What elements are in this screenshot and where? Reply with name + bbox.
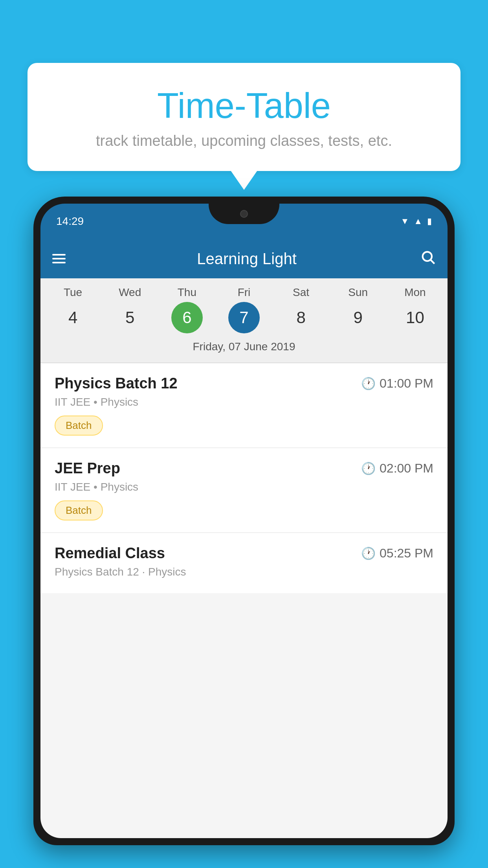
class-meta-3: Physics Batch 12 · Physics (55, 566, 433, 578)
class-header-3: Remedial Class 🕐 05:25 PM (55, 545, 433, 562)
battery-icon: ▮ (427, 216, 432, 226)
day-9[interactable]: 9 (342, 302, 374, 333)
class-time-3: 🕐 05:25 PM (361, 546, 433, 561)
day-label-wed: Wed (101, 286, 158, 299)
phone-screen: Learning Light Tue Wed Thu Fri Sat Sun (40, 239, 448, 838)
class-name-2: JEE Prep (55, 460, 120, 477)
page-title: Time-Table (43, 86, 445, 125)
day-label-thu: Thu (158, 286, 215, 299)
status-icons: ▼ ▲ ▮ (400, 216, 432, 226)
day-7-selected[interactable]: 7 (228, 302, 260, 333)
class-item-1[interactable]: Physics Batch 12 🕐 01:00 PM IIT JEE • Ph… (40, 363, 448, 448)
day-4[interactable]: 4 (57, 302, 89, 333)
speech-bubble: Time-Table track timetable, upcoming cla… (28, 63, 460, 171)
day-5[interactable]: 5 (114, 302, 146, 333)
phone-notch (209, 204, 279, 224)
calendar-week: Tue Wed Thu Fri Sat Sun Mon 4 5 6 7 8 9 … (40, 278, 448, 362)
svg-line-1 (431, 260, 435, 263)
search-icon[interactable] (420, 249, 436, 268)
page-subtitle: track timetable, upcoming classes, tests… (43, 132, 445, 149)
speech-bubble-container: Time-Table track timetable, upcoming cla… (28, 63, 460, 171)
svg-point-0 (423, 252, 432, 261)
day-label-mon: Mon (387, 286, 444, 299)
day-6-today[interactable]: 6 (171, 302, 203, 333)
class-name-3: Remedial Class (55, 545, 165, 562)
class-header-1: Physics Batch 12 🕐 01:00 PM (55, 375, 433, 392)
class-time-1: 🕐 01:00 PM (361, 376, 433, 391)
app-bar: Learning Light (40, 239, 448, 278)
clock-icon-2: 🕐 (361, 462, 376, 475)
class-meta-1: IIT JEE • Physics (55, 396, 433, 408)
clock-icon-3: 🕐 (361, 546, 376, 560)
class-header-2: JEE Prep 🕐 02:00 PM (55, 460, 433, 477)
phone-outer: 14:29 ▼ ▲ ▮ Learning Light (33, 197, 455, 845)
batch-tag-1: Batch (55, 416, 103, 436)
day-label-sun: Sun (330, 286, 387, 299)
class-item-2[interactable]: JEE Prep 🕐 02:00 PM IIT JEE • Physics Ba… (40, 448, 448, 533)
app-title: Learning Light (83, 250, 411, 268)
day-8[interactable]: 8 (285, 302, 317, 333)
menu-button[interactable] (52, 254, 66, 263)
class-item-3[interactable]: Remedial Class 🕐 05:25 PM Physics Batch … (40, 533, 448, 593)
signal-icon: ▲ (414, 216, 422, 226)
phone-mockup: 14:29 ▼ ▲ ▮ Learning Light (33, 197, 455, 868)
class-meta-2: IIT JEE • Physics (55, 481, 433, 493)
class-time-2: 🕐 02:00 PM (361, 461, 433, 476)
clock-icon-1: 🕐 (361, 377, 376, 390)
day-label-sat: Sat (273, 286, 330, 299)
status-time: 14:29 (56, 215, 84, 228)
day-numbers: 4 5 6 7 8 9 10 (44, 302, 444, 333)
day-label-fri: Fri (215, 286, 272, 299)
batch-tag-2: Batch (55, 500, 103, 520)
day-labels: Tue Wed Thu Fri Sat Sun Mon (44, 286, 444, 299)
day-label-tue: Tue (44, 286, 101, 299)
day-10[interactable]: 10 (399, 302, 431, 333)
camera (240, 210, 248, 218)
status-bar: 14:29 ▼ ▲ ▮ (40, 204, 448, 239)
class-name-1: Physics Batch 12 (55, 375, 178, 392)
selected-date-label: Friday, 07 June 2019 (44, 337, 444, 359)
wifi-icon: ▼ (400, 216, 409, 226)
